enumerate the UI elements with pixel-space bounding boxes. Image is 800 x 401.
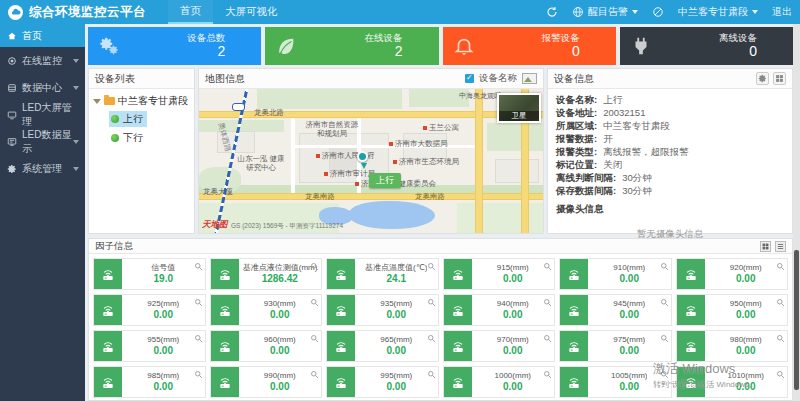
sidebar-item-led-data-display[interactable]: LED数据显示 (0, 128, 85, 155)
factor-name: 965(mm) (380, 335, 412, 345)
magnifier-icon[interactable] (310, 261, 319, 270)
factor-card[interactable]: 995(mm) 0.00 (326, 366, 439, 398)
magnifier-icon[interactable] (543, 333, 552, 342)
sidebar-item-led-screen-manage[interactable]: LED大屏管理 (0, 101, 85, 128)
magnifier-icon[interactable] (543, 297, 552, 306)
factor-card[interactable]: 信号值 19.0 (93, 258, 206, 290)
factor-value: 0.00 (154, 345, 173, 358)
sensor-device-icon (444, 331, 472, 361)
sensor-device-icon (327, 367, 355, 397)
factor-card[interactable]: 955(mm) 0.00 (93, 330, 206, 362)
magnifier-icon[interactable] (194, 369, 203, 378)
alarm-dropdown[interactable]: 醒目告警 (572, 5, 638, 19)
map-label: 龙奥北路 (254, 109, 284, 118)
factor-card[interactable]: 930(mm) 0.00 (210, 294, 323, 326)
magnifier-icon[interactable] (776, 297, 785, 306)
factor-card[interactable]: 910(mm) 0.00 (559, 258, 672, 290)
stat-card-total-devices[interactable]: 设备总数 2 (88, 27, 261, 65)
page-scrollbar[interactable] (793, 24, 800, 401)
device-info-row: 离线判断间隔: 30分钟 (556, 171, 784, 184)
device-name-checkbox[interactable] (465, 74, 474, 83)
road-north (199, 111, 543, 118)
magnifier-icon[interactable] (660, 261, 669, 270)
factor-card[interactable]: 945(mm) 0.00 (559, 294, 672, 326)
device-info-row: 所属区域: 中兰客专甘肃段 (556, 119, 784, 132)
factor-card[interactable]: 965(mm) 0.00 (326, 330, 439, 362)
device-grid-icon[interactable] (773, 72, 786, 85)
factor-card[interactable]: 985(mm) 0.00 (93, 366, 206, 398)
factor-card[interactable]: 1000(mm) 0.00 (443, 366, 556, 398)
factor-name: 985(mm) (147, 371, 179, 381)
sidebar-item-home[interactable]: 首页 (0, 24, 85, 47)
magnifier-icon[interactable] (427, 261, 436, 270)
nav-tab-bigscreen[interactable]: 大屏可视化 (213, 0, 290, 24)
nav-tab-home[interactable]: 首页 (168, 0, 213, 24)
sidebar-item-data-center[interactable]: 数据中心 (0, 74, 85, 101)
magnifier-icon[interactable] (660, 369, 669, 378)
stat-card-online-devices[interactable]: 在线设备 2 (265, 27, 438, 65)
magnifier-icon[interactable] (776, 333, 785, 342)
factor-card[interactable]: 990(mm) 0.00 (210, 366, 323, 398)
magnifier-icon[interactable] (660, 333, 669, 342)
factor-card[interactable]: 975(mm) 0.00 (559, 330, 672, 362)
magnifier-icon[interactable] (427, 333, 436, 342)
device-settings-icon[interactable] (756, 72, 769, 85)
factor-value: 0.00 (270, 309, 289, 322)
factor-card[interactable]: 935(mm) 0.00 (326, 294, 439, 326)
device-marker-label[interactable]: 上行 (369, 173, 401, 188)
magnifier-icon[interactable] (776, 369, 785, 378)
factor-value: 0.00 (387, 309, 406, 322)
magnifier-icon[interactable] (310, 333, 319, 342)
stat-card-alarm-devices[interactable]: 报警设备 0 (443, 27, 616, 65)
magnifier-icon[interactable] (310, 369, 319, 378)
map-image-icon[interactable] (522, 73, 537, 84)
factor-card[interactable]: 960(mm) 0.00 (210, 330, 323, 362)
magnifier-icon[interactable] (427, 369, 436, 378)
factor-card[interactable]: 1005(mm) 0.00 (559, 366, 672, 398)
device-marker-pin[interactable] (357, 151, 368, 162)
tree-node-down-line[interactable]: 下行 (109, 130, 147, 146)
factor-card[interactable]: 915(mm) 0.00 (443, 258, 556, 290)
scrollbar-thumb[interactable] (794, 250, 799, 390)
magnifier-icon[interactable] (427, 297, 436, 306)
factor-name: 910(mm) (613, 263, 645, 273)
factor-card[interactable]: 基准点液位测值(mm) 1286.42 (210, 258, 323, 290)
magnifier-icon[interactable] (543, 261, 552, 270)
tree-root-node[interactable]: 中兰客专甘肃段 (93, 94, 190, 108)
factor-card[interactable]: 925(mm) 0.00 (93, 294, 206, 326)
sensor-device-icon (211, 259, 239, 289)
magnifier-icon[interactable] (310, 297, 319, 306)
magnifier-icon[interactable] (543, 369, 552, 378)
factor-card[interactable]: 950(mm) 0.00 (676, 294, 789, 326)
factor-name: 915(mm) (497, 263, 529, 273)
factor-value: 0.00 (503, 309, 522, 322)
factor-card[interactable]: 基准点温度值(℃) 24.1 (326, 258, 439, 290)
map-canvas[interactable]: 龙奥北路济南市自然资源 和规划局济南市大数据局济南市人民政府济南市生态环境局济南… (199, 89, 543, 233)
sidebar-item-system-manage[interactable]: 系统管理 (0, 155, 85, 182)
tree-caret-icon[interactable] (93, 99, 101, 104)
tree-node-up-line[interactable]: 上行 (109, 111, 147, 127)
sidebar-item-online-monitor[interactable]: 在线监控 (0, 47, 85, 74)
refresh-icon[interactable] (546, 6, 558, 18)
magnifier-icon[interactable] (776, 261, 785, 270)
stat-card-offline-devices[interactable]: 离线设备 0 (620, 27, 793, 65)
factor-card[interactable]: 980(mm) 0.00 (676, 330, 789, 362)
magnifier-icon[interactable] (194, 261, 203, 270)
logout-button[interactable]: 退出 (772, 5, 792, 19)
magnifier-icon[interactable] (194, 333, 203, 342)
factor-card[interactable]: 970(mm) 0.00 (443, 330, 556, 362)
factor-name: 925(mm) (147, 299, 179, 309)
device-info-header: 设备信息 (548, 69, 792, 89)
grid-view-icon[interactable] (760, 241, 771, 252)
org-dropdown[interactable]: 中兰客专甘肃段 (678, 5, 758, 19)
magnifier-icon[interactable] (660, 297, 669, 306)
list-view-icon[interactable] (775, 241, 786, 252)
satellite-toggle[interactable]: 卫星 (497, 93, 541, 123)
sensor-device-icon (94, 259, 122, 289)
mute-alarm-icon[interactable] (652, 6, 664, 18)
magnifier-icon[interactable] (194, 297, 203, 306)
factor-value: 0.00 (387, 381, 406, 394)
factor-card[interactable]: 920(mm) 0.00 (676, 258, 789, 290)
factor-card[interactable]: 1010(mm) 0.00 (676, 366, 789, 398)
factor-card[interactable]: 940(mm) 0.00 (443, 294, 556, 326)
